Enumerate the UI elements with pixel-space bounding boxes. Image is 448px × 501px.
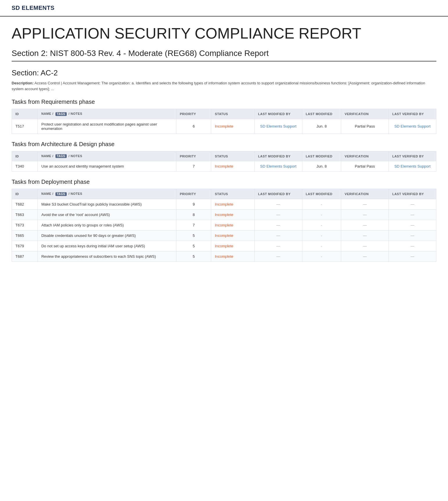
header: SD ELEMENTS: [0, 0, 448, 17]
cell-id: T663: [12, 209, 38, 220]
cell-verification: Partial Pass: [341, 161, 389, 172]
cell-name: Avoid the use of the 'root' account (AWS…: [38, 209, 176, 220]
cell-last_verified_by: —: [389, 220, 436, 230]
cell-verification: —: [341, 209, 389, 220]
col-header-last_modified: LAST MODIFIED: [302, 189, 341, 199]
cell-status: Incomplete: [211, 251, 254, 262]
description-label: Description:: [12, 81, 34, 85]
table-row: T687Review the appropriateness of subscr…: [12, 251, 436, 262]
col-header-verification: VERIFICATION: [341, 189, 389, 199]
cell-last_modified_by: —: [254, 241, 302, 251]
cell-last_modified_by: —: [254, 199, 302, 209]
cell-priority: 5: [176, 241, 211, 251]
col-header-name: NAME / TAGS / NOTES: [38, 151, 176, 161]
user-link[interactable]: SD Elements Support: [394, 164, 431, 168]
phases-container: Tasks from Requirements phaseIDNAME / TA…: [12, 99, 436, 262]
cell-status: Incomplete: [211, 230, 254, 241]
cell-last_modified: Jun. 8: [302, 161, 341, 172]
cell-last_verified_by: SD Elements Support: [389, 119, 436, 134]
task-table-2: IDNAME / TAGS / NOTESPRIORITYSTATUSLAST …: [12, 189, 436, 262]
col-header-verification: VERIFICATION: [341, 151, 389, 161]
cell-name: Disable credentials unused for 90 days o…: [38, 230, 176, 241]
cell-last_verified_by: —: [389, 251, 436, 262]
col-header-verification: VERIFICATION: [341, 109, 389, 119]
table-row: T663Avoid the use of the 'root' account …: [12, 209, 436, 220]
status-badge: Incomplete: [215, 254, 233, 259]
status-badge: Incomplete: [215, 164, 233, 168]
section-heading: Section 2: NIST 800-53 Rev. 4 - Moderate…: [12, 49, 436, 61]
cell-last_modified: -: [302, 251, 341, 262]
col-header-priority: PRIORITY: [176, 189, 211, 199]
task-table-1: IDNAME / TAGS / NOTESPRIORITYSTATUSLAST …: [12, 151, 436, 172]
cell-id: T517: [12, 119, 38, 134]
user-link[interactable]: SD Elements Support: [260, 164, 297, 168]
phase-title-1: Tasks from Architecture & Design phase: [12, 141, 436, 148]
cell-last_modified: Jun. 8: [302, 119, 341, 134]
col-header-id: ID: [12, 109, 38, 119]
col-header-name: NAME / TAGS / NOTES: [38, 189, 176, 199]
cell-last_modified_by: —: [254, 230, 302, 241]
status-badge: Incomplete: [215, 223, 233, 227]
logo: SD ELEMENTS: [12, 5, 55, 11]
status-badge: Incomplete: [215, 213, 233, 217]
cell-priority: 8: [176, 209, 211, 220]
cell-status: Incomplete: [211, 209, 254, 220]
table-row: T665Disable credentials unused for 90 da…: [12, 230, 436, 241]
status-badge: Incomplete: [215, 202, 233, 206]
cell-last_verified_by: SD Elements Support: [389, 161, 436, 172]
cell-id: T679: [12, 241, 38, 251]
status-badge: Incomplete: [215, 124, 233, 128]
user-link[interactable]: SD Elements Support: [394, 124, 431, 128]
task-table-0: IDNAME / TAGS / NOTESPRIORITYSTATUSLAST …: [12, 109, 436, 134]
cell-id: T665: [12, 230, 38, 241]
cell-name: Attach IAM policies only to groups or ro…: [38, 220, 176, 230]
user-link[interactable]: SD Elements Support: [260, 124, 297, 128]
cell-last_modified_by: —: [254, 251, 302, 262]
cell-name: Make S3 bucket CloudTrail logs publicly …: [38, 199, 176, 209]
cell-last_modified_by: SD Elements Support: [254, 161, 302, 172]
cell-name: Do not set up access keys during initial…: [38, 241, 176, 251]
col-header-priority: PRIORITY: [176, 109, 211, 119]
col-header-last_verified_by: LAST VERIFIED BY: [389, 189, 436, 199]
col-header-last_modified_by: LAST MODIFIED BY: [254, 151, 302, 161]
col-header-last_modified: LAST MODIFIED: [302, 109, 341, 119]
phase-title-0: Tasks from Requirements phase: [12, 99, 436, 105]
col-header-priority: PRIORITY: [176, 151, 211, 161]
col-header-last_modified_by: LAST MODIFIED BY: [254, 189, 302, 199]
cell-verification: —: [341, 230, 389, 241]
cell-last_verified_by: —: [389, 209, 436, 220]
col-header-last_verified_by: LAST VERIFIED BY: [389, 151, 436, 161]
col-header-status: STATUS: [211, 109, 254, 119]
cell-verification: —: [341, 251, 389, 262]
cell-status: Incomplete: [211, 119, 254, 134]
cell-verification: —: [341, 220, 389, 230]
cell-name: Protect user registration and account mo…: [38, 119, 176, 134]
cell-priority: 5: [176, 251, 211, 262]
description: Description: Access Control | Account Ma…: [12, 80, 436, 92]
table-row: T517Protect user registration and accoun…: [12, 119, 436, 134]
cell-name: Use an account and identity management s…: [38, 161, 176, 172]
cell-last_verified_by: —: [389, 241, 436, 251]
cell-last_modified: -: [302, 199, 341, 209]
cell-last_modified_by: —: [254, 209, 302, 220]
cell-last_verified_by: —: [389, 230, 436, 241]
cell-last_modified: -: [302, 209, 341, 220]
cell-last_modified: -: [302, 241, 341, 251]
table-row: T673Attach IAM policies only to groups o…: [12, 220, 436, 230]
cell-priority: 9: [176, 199, 211, 209]
col-header-id: ID: [12, 151, 38, 161]
col-header-last_modified: LAST MODIFIED: [302, 151, 341, 161]
status-badge: Incomplete: [215, 233, 233, 238]
table-row: T682Make S3 bucket CloudTrail logs publi…: [12, 199, 436, 209]
col-header-status: STATUS: [211, 189, 254, 199]
cell-verification: —: [341, 241, 389, 251]
cell-verification: Partial Pass: [341, 119, 389, 134]
description-text: Access Control | Account Management: The…: [12, 81, 425, 91]
cell-verification: —: [341, 199, 389, 209]
cell-id: T682: [12, 199, 38, 209]
cell-id: T687: [12, 251, 38, 262]
col-header-id: ID: [12, 189, 38, 199]
cell-priority: 7: [176, 161, 211, 172]
table-row: T340Use an account and identity manageme…: [12, 161, 436, 172]
cell-status: Incomplete: [211, 241, 254, 251]
